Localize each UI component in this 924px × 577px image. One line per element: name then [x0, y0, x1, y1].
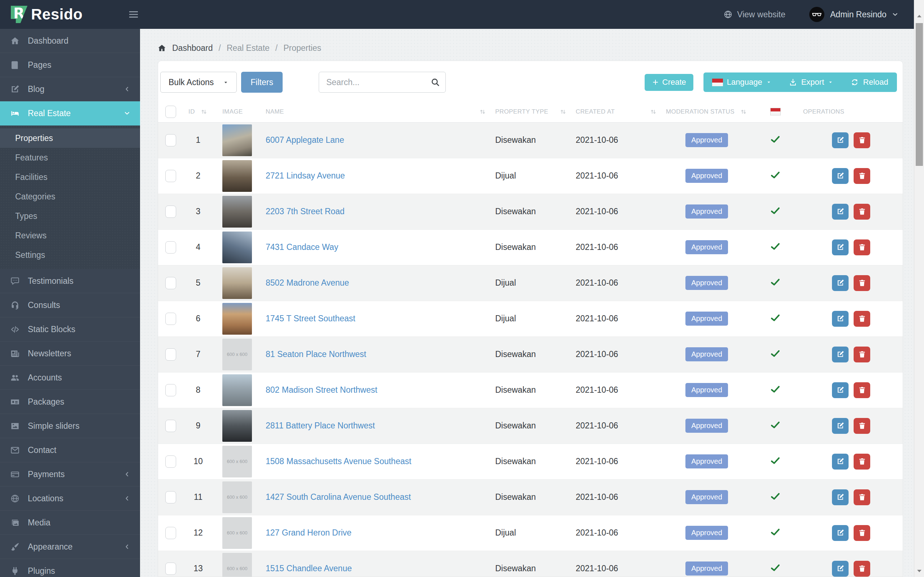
column-header-name[interactable]: NAME	[261, 102, 491, 122]
sort-icon[interactable]	[478, 108, 486, 116]
delete-button[interactable]	[854, 132, 870, 148]
user-menu[interactable]: Admin Resindo	[809, 7, 899, 22]
submenu-item-categories[interactable]: Categories	[0, 187, 140, 206]
property-name-link[interactable]: 2811 Battery Place Northwest	[266, 421, 375, 430]
sidebar-item-locations[interactable]: Locations	[0, 487, 140, 511]
row-checkbox[interactable]	[165, 170, 176, 182]
edit-button[interactable]	[832, 525, 848, 541]
row-checkbox[interactable]	[165, 491, 176, 503]
delete-button[interactable]	[854, 382, 870, 398]
edit-button[interactable]	[832, 239, 848, 255]
column-header-created_at[interactable]: CREATED AT	[571, 102, 662, 122]
sidebar-item-packages[interactable]: Packages	[0, 390, 140, 414]
search-icon[interactable]	[431, 77, 440, 87]
row-checkbox[interactable]	[165, 456, 176, 468]
select-all-checkbox[interactable]	[165, 106, 176, 118]
edit-button[interactable]	[832, 382, 848, 398]
sidebar-item-contact[interactable]: Contact	[0, 438, 140, 462]
hamburger-menu-icon[interactable]	[126, 9, 141, 20]
edit-button[interactable]	[832, 454, 848, 469]
delete-button[interactable]	[854, 275, 870, 291]
property-name-link[interactable]: 7431 Candace Way	[266, 242, 338, 252]
property-name-link[interactable]: 6007 Applegate Lane	[266, 135, 344, 145]
delete-button[interactable]	[854, 311, 870, 327]
sidebar-item-pages[interactable]: Pages	[0, 53, 140, 77]
edit-button[interactable]	[832, 168, 848, 184]
sidebar-item-newsletters[interactable]: Newsletters	[0, 342, 140, 366]
property-name-link[interactable]: 1427 South Carolina Avenue Southeast	[266, 492, 411, 501]
filters-button[interactable]: Filters	[241, 72, 283, 93]
row-checkbox[interactable]	[165, 384, 176, 396]
sort-icon[interactable]	[559, 108, 567, 116]
sidebar-item-blog[interactable]: Blog	[0, 77, 140, 102]
property-name-link[interactable]: 802 Madison Street Northwest	[266, 385, 377, 395]
delete-button[interactable]	[854, 347, 870, 363]
edit-button[interactable]	[832, 561, 848, 577]
column-header-moderation_status[interactable]: MODERATION STATUS	[662, 102, 752, 122]
property-name-link[interactable]: 2203 7th Street Road	[266, 206, 345, 216]
sidebar-item-testimonials[interactable]: Testimonials	[0, 269, 140, 293]
search-input[interactable]	[319, 72, 446, 93]
delete-button[interactable]	[854, 489, 870, 505]
sidebar-item-payments[interactable]: Payments	[0, 462, 140, 487]
edit-button[interactable]	[832, 489, 848, 505]
property-name-link[interactable]: 127 Grand Heron Drive	[266, 528, 352, 537]
sort-icon[interactable]	[740, 108, 748, 116]
scroll-down-arrow[interactable]	[916, 567, 922, 574]
property-name-link[interactable]: 8502 Madrone Avenue	[266, 278, 349, 287]
sidebar-item-plugins[interactable]: Plugins	[0, 559, 140, 577]
delete-button[interactable]	[854, 418, 870, 434]
sidebar-item-accounts[interactable]: Accounts	[0, 366, 140, 390]
property-name-link[interactable]: 2721 Lindsay Avenue	[266, 171, 345, 180]
submenu-item-facilities[interactable]: Facilities	[0, 167, 140, 187]
sidebar-item-appearance[interactable]: Appearance	[0, 535, 140, 559]
delete-button[interactable]	[854, 525, 870, 541]
submenu-item-types[interactable]: Types	[0, 206, 140, 226]
edit-button[interactable]	[832, 418, 848, 434]
column-header-id[interactable]: ID	[178, 102, 218, 122]
row-checkbox[interactable]	[165, 277, 176, 289]
sidebar-item-real-estate[interactable]: Real Estate	[0, 102, 140, 126]
sidebar-item-simple-sliders[interactable]: Simple sliders	[0, 414, 140, 438]
edit-button[interactable]	[832, 132, 848, 148]
column-header-property_type[interactable]: PROPERTY TYPE	[491, 102, 571, 122]
language-button[interactable]: Language	[703, 73, 780, 92]
scroll-up-arrow[interactable]	[916, 13, 922, 19]
export-button[interactable]: Export	[780, 73, 842, 92]
reload-button[interactable]: Reload	[842, 73, 897, 92]
submenu-item-reviews[interactable]: Reviews	[0, 226, 140, 245]
sidebar-item-dashboard[interactable]: Dashboard	[0, 29, 140, 53]
sidebar-item-media[interactable]: Media	[0, 511, 140, 535]
breadcrumb-item-dashboard[interactable]: Dashboard	[172, 43, 213, 53]
sidebar-item-consults[interactable]: Consults	[0, 293, 140, 318]
delete-button[interactable]	[854, 561, 870, 577]
create-button[interactable]: Create	[645, 74, 693, 91]
row-checkbox[interactable]	[165, 562, 176, 575]
row-checkbox[interactable]	[165, 134, 176, 147]
sort-icon[interactable]	[200, 108, 208, 116]
property-name-link[interactable]: 1515 Chandlee Avenue	[266, 564, 352, 573]
row-checkbox[interactable]	[165, 420, 176, 432]
row-checkbox[interactable]	[165, 206, 176, 218]
sidebar-item-static-blocks[interactable]: Static Blocks	[0, 318, 140, 342]
scrollbar-thumb[interactable]	[916, 23, 923, 166]
sort-icon[interactable]	[649, 108, 657, 116]
view-website-link[interactable]: View website	[723, 10, 785, 19]
delete-button[interactable]	[854, 204, 870, 220]
delete-button[interactable]	[854, 454, 870, 469]
row-checkbox[interactable]	[165, 527, 176, 539]
property-name-link[interactable]: 1508 Massachusetts Avenue Southeast	[266, 456, 412, 466]
edit-button[interactable]	[832, 347, 848, 363]
row-checkbox[interactable]	[165, 348, 176, 361]
submenu-item-features[interactable]: Features	[0, 148, 140, 167]
bulk-actions-button[interactable]: Bulk Actions	[160, 72, 237, 93]
delete-button[interactable]	[854, 168, 870, 184]
submenu-item-properties[interactable]: Properties	[0, 128, 140, 148]
submenu-item-settings[interactable]: Settings	[0, 245, 140, 265]
property-name-link[interactable]: 1745 T Street Southeast	[266, 314, 355, 323]
delete-button[interactable]	[854, 239, 870, 255]
row-checkbox[interactable]	[165, 313, 176, 325]
edit-button[interactable]	[832, 275, 848, 291]
property-name-link[interactable]: 81 Seaton Place Northwest	[266, 350, 366, 359]
edit-button[interactable]	[832, 311, 848, 327]
